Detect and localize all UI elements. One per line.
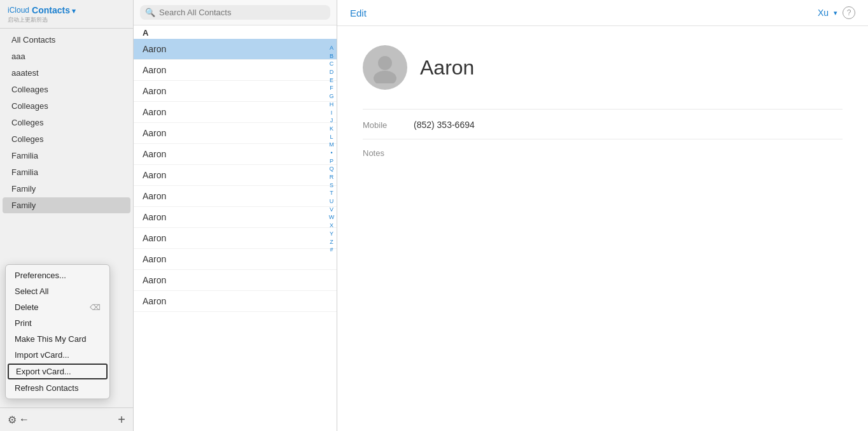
sidebar-item-family-2[interactable]: Family [3,197,130,213]
gear-button[interactable]: ⚙ [8,414,17,426]
sidebar-item-aaa[interactable]: aaa [3,48,130,64]
alpha-p[interactable]: P [328,158,335,166]
help-button[interactable]: ? [843,6,855,19]
alpha-e[interactable]: E [328,77,335,85]
contact-row[interactable]: Aaron [134,249,337,270]
user-dropdown-icon[interactable]: ▾ [834,9,837,17]
sidebar-item-all-contacts[interactable]: All Contacts [3,32,130,48]
contact-row[interactable]: Aaron [134,207,337,228]
alpha-j[interactable]: J [328,117,335,125]
contact-list: A Aaron Aaron Aaron Aaron Aaron Aaron Aa… [134,25,337,431]
menu-item-delete[interactable]: Delete ⌫ [6,299,109,315]
alpha-r[interactable]: R [328,174,335,181]
detail-header: Edit Xu ▾ ? [337,0,868,26]
alpha-x[interactable]: X [328,222,335,230]
sidebar-item-colleages-1[interactable]: Colleages [3,81,130,97]
contact-row[interactable]: Aaron [134,81,337,102]
contact-list-panel: 🔍 A Aaron Aaron Aaron Aaron Aaron Aaron … [134,0,337,431]
alpha-dot[interactable]: • [328,150,335,157]
alpha-v[interactable]: V [328,206,335,214]
phone-info-row: Mobile (852) 353-6694 [363,109,843,130]
notes-row: Notes [363,139,843,159]
alpha-z[interactable]: Z [328,239,335,246]
notes-label: Notes [363,148,384,158]
menu-item-select-all[interactable]: Select All [6,283,109,299]
alpha-h[interactable]: H [328,101,335,109]
alpha-f[interactable]: F [328,85,335,92]
detail-content: Aaron Mobile (852) 353-6694 Notes [337,26,868,178]
sidebar-item-colleges-1[interactable]: Colleges [3,115,130,131]
alpha-hash[interactable]: # [328,246,335,254]
menu-item-refresh-contacts[interactable]: Refresh Contacts [6,380,109,396]
sidebar: iCloud Contacts 启动上更新所选 All Contacts aaa… [0,0,134,431]
alpha-d[interactable]: D [328,69,335,76]
menu-item-delete-label: Delete [15,302,39,312]
search-icon: 🔍 [145,8,155,17]
add-contact-button[interactable]: + [118,413,125,426]
phone-value: (852) 353-6694 [414,120,475,130]
search-bar: 🔍 [134,0,337,25]
svg-point-0 [378,56,392,70]
contact-name-display: Aaron [420,56,474,80]
contact-row[interactable]: Aaron [134,144,337,165]
contacts-dropdown[interactable]: Contacts [32,5,76,15]
sidebar-item-colleges-2[interactable]: Colleges [3,131,130,147]
menu-item-print[interactable]: Print [6,315,109,331]
sidebar-item-familia-2[interactable]: Familia [3,164,130,180]
alpha-t[interactable]: T [328,190,335,197]
sidebar-item-aaatest[interactable]: aaatest [3,65,130,81]
sidebar-item-colleages-2[interactable]: Colleages [3,98,130,114]
avatar-person-icon [369,52,401,83]
avatar [363,45,407,90]
contact-row[interactable]: Aaron [134,270,337,291]
contact-row[interactable]: Aaron [134,123,337,144]
sidebar-item-family-1[interactable]: Family [3,181,130,197]
contact-row[interactable]: Aaron [134,228,337,249]
sidebar-item-familia-1[interactable]: Familia [3,148,130,164]
contact-row[interactable]: Aaron [134,102,337,123]
alpha-g[interactable]: G [328,93,335,101]
alpha-i[interactable]: I [328,110,335,117]
svg-point-1 [374,71,396,83]
edit-button[interactable]: Edit [350,8,367,18]
alpha-y[interactable]: Y [328,230,335,238]
contact-row[interactable]: Aaron [134,291,337,312]
alpha-l[interactable]: L [328,134,335,141]
user-name-label[interactable]: Xu [818,8,829,18]
detail-panel: Edit Xu ▾ ? Aaron Mobile (852) 353-6694 … [337,0,868,431]
sidebar-header: iCloud Contacts 启动上更新所选 [0,0,133,29]
gear-icon: ⚙ [8,414,17,426]
contact-row[interactable]: Aaron [134,186,337,207]
search-input[interactable] [159,8,325,17]
alpha-index: A B C D E F G H I J K L M • P Q R S T U … [328,45,335,254]
alpha-c[interactable]: C [328,60,335,68]
menu-item-preferences[interactable]: Preferences... [6,267,109,283]
phone-label: Mobile [363,120,414,130]
alpha-b[interactable]: B [328,53,335,60]
search-wrapper: 🔍 [140,5,330,20]
menu-item-make-my-card[interactable]: Make This My Card [6,331,109,347]
menu-item-import-vcard[interactable]: Import vCard... [6,347,109,363]
alpha-a[interactable]: A [328,45,335,52]
alpha-w[interactable]: W [328,214,335,222]
context-menu: Preferences... Select All Delete ⌫ Print… [5,264,110,399]
icloud-label: iCloud [8,6,29,15]
arrow-icon: ← [19,414,29,425]
user-display: Xu ▾ ? [818,6,855,19]
alpha-m[interactable]: M [328,141,335,149]
alpha-k[interactable]: K [328,125,335,133]
contact-row[interactable]: Aaron [134,165,337,186]
alpha-s[interactable]: S [328,182,335,190]
icloud-subtitle: 启动上更新所选 [8,16,125,24]
delete-icon: ⌫ [90,303,101,312]
contact-header-row: Aaron [363,45,843,90]
sidebar-footer: ⚙ ← + [0,407,133,431]
contact-row[interactable]: Aaron [134,60,337,81]
alpha-u[interactable]: U [328,198,335,206]
contact-group-header-a: A [134,25,337,39]
menu-item-export-vcard[interactable]: Export vCard... [8,364,108,379]
contact-row[interactable]: Aaron [134,39,337,60]
alpha-q[interactable]: Q [328,166,335,173]
